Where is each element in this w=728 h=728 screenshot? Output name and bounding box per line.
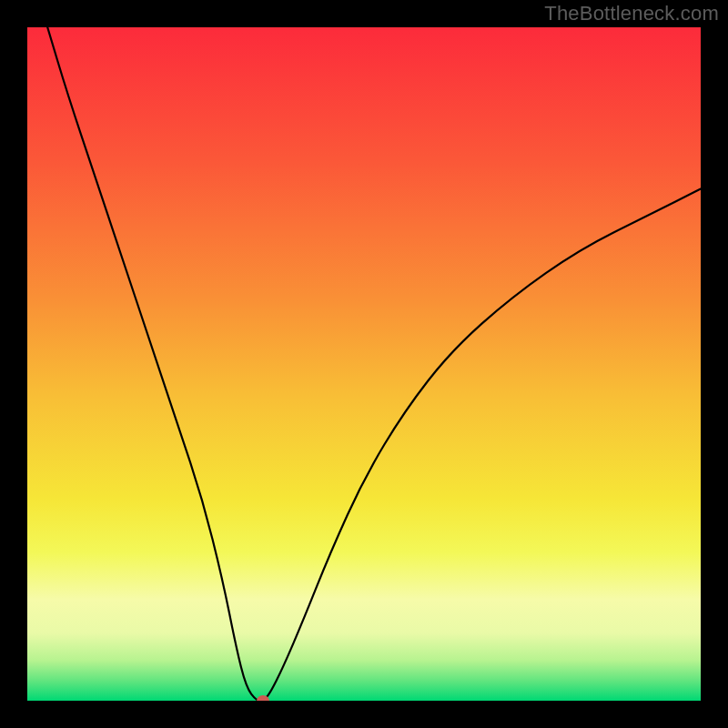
- watermark-text: TheBottleneck.com: [544, 2, 719, 25]
- optimum-marker: [257, 695, 269, 701]
- chart-svg: [27, 27, 701, 701]
- plot-area: [27, 27, 701, 701]
- gradient-rect: [27, 27, 701, 701]
- chart-frame: TheBottleneck.com: [0, 0, 728, 728]
